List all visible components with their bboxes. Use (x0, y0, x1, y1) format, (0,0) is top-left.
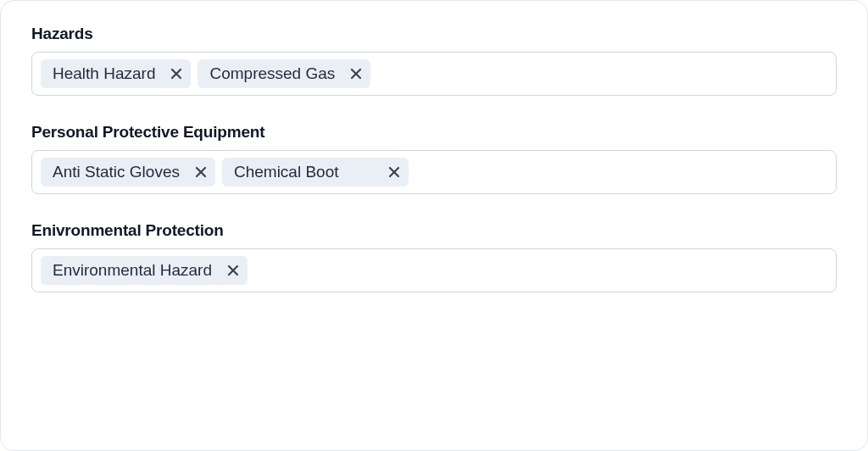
tag-chemical-boot: Chemical Boot (222, 158, 409, 187)
tag-label: Health Hazard (53, 64, 155, 83)
field-label-environmental: Enivronmental Protection (31, 221, 837, 240)
tag-anti-static-gloves: Anti Static Gloves (41, 158, 215, 187)
close-icon[interactable] (350, 68, 362, 80)
tag-input-environmental[interactable]: Environmental Hazard (31, 248, 837, 292)
tag-label: Anti Static Gloves (53, 163, 180, 181)
tag-label: Environmental Hazard (53, 261, 212, 280)
field-hazards: Hazards Health Hazard Compressed Gas (31, 25, 837, 96)
tag-environmental-hazard: Environmental Hazard (41, 256, 248, 285)
tag-compressed-gas: Compressed Gas (198, 59, 370, 88)
field-environmental: Enivronmental Protection Environmental H… (31, 221, 837, 292)
tag-label: Compressed Gas (209, 64, 335, 83)
tag-input-ppe[interactable]: Anti Static Gloves Chemical Boot (31, 150, 837, 194)
field-label-hazards: Hazards (31, 25, 837, 43)
tag-health-hazard: Health Hazard (41, 59, 191, 88)
close-icon[interactable] (170, 68, 182, 80)
tag-label: Chemical Boot (234, 163, 339, 181)
close-icon[interactable] (388, 166, 400, 178)
close-icon[interactable] (227, 264, 239, 276)
field-ppe: Personal Protective Equipment Anti Stati… (31, 123, 837, 194)
tag-input-hazards[interactable]: Health Hazard Compressed Gas (31, 52, 837, 96)
field-label-ppe: Personal Protective Equipment (31, 123, 837, 142)
form-card: Hazards Health Hazard Compressed Gas Per… (0, 0, 868, 451)
close-icon[interactable] (195, 166, 207, 178)
